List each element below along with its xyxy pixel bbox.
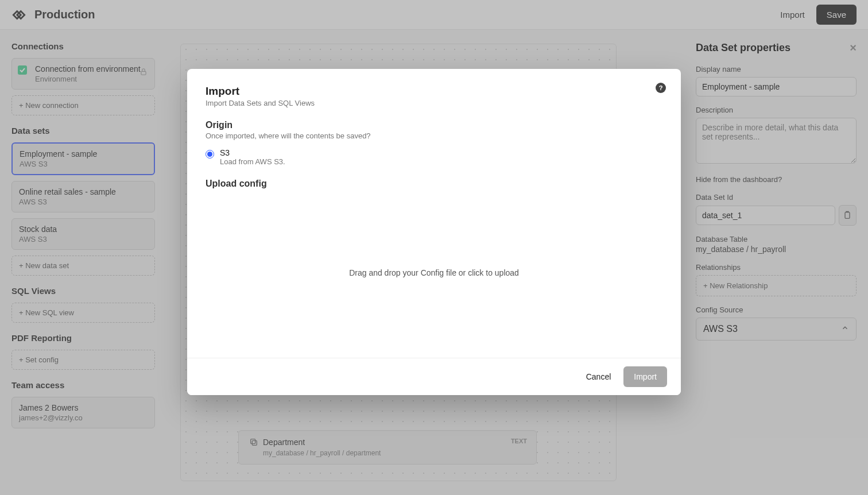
help-icon[interactable]: ? xyxy=(656,83,666,93)
modal-title: Import xyxy=(206,85,662,98)
origin-title: Origin xyxy=(206,120,662,130)
upload-dropzone[interactable]: Drag and drop your Config file or click … xyxy=(206,198,662,347)
origin-s3-label: S3 xyxy=(220,148,285,157)
import-button[interactable]: Import xyxy=(623,366,667,387)
modal-footer: Cancel Import xyxy=(187,358,681,395)
modal-subtitle: Import Data Sets and SQL Views xyxy=(206,99,662,107)
origin-subtitle: Once imported, where will the contents b… xyxy=(206,132,662,140)
cancel-button[interactable]: Cancel xyxy=(583,366,615,387)
origin-s3-desc: Load from AWS S3. xyxy=(220,157,285,166)
modal-overlay[interactable]: ? Import Import Data Sets and SQL Views … xyxy=(0,0,868,495)
origin-s3-radio[interactable] xyxy=(206,150,214,158)
upload-config-title: Upload config xyxy=(206,179,662,189)
import-modal: ? Import Import Data Sets and SQL Views … xyxy=(187,69,681,395)
